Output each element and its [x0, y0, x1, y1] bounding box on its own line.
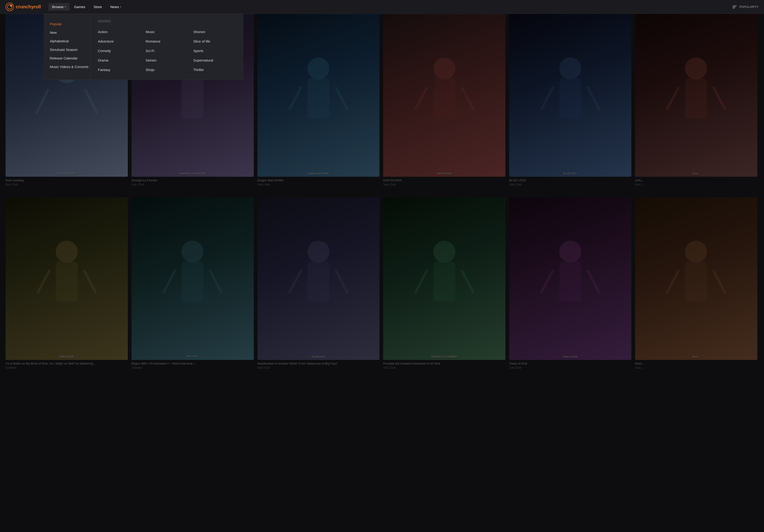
genre-slice-of-life[interactable]: Slice of life — [193, 37, 236, 46]
browse-simulcast[interactable]: Simulcast Season — [44, 45, 90, 54]
browse-genres-panel: GENRES Action Music Shonen Adventure Rom… — [91, 14, 243, 79]
genre-adventure[interactable]: Adventure — [98, 37, 140, 46]
browse-popular[interactable]: Popular — [44, 20, 90, 28]
genre-shojo[interactable]: Shojo — [146, 66, 188, 74]
genre-music[interactable]: Music — [146, 28, 188, 36]
logo[interactable]: crunchyroll — [6, 3, 41, 11]
genre-seinen[interactable]: Seinen — [146, 56, 188, 65]
dropdown-dim-overlay — [0, 14, 764, 532]
genres-grid: Action Music Shonen Adventure Romance Sl… — [98, 28, 236, 74]
crunchyroll-logo-icon — [6, 3, 14, 11]
browse-alphabetical[interactable]: Alphabetical — [44, 37, 90, 45]
nav-games[interactable]: Games — [71, 3, 89, 11]
nav-browse[interactable]: Browse ▾ — [48, 3, 70, 11]
genre-sports[interactable]: Sports — [193, 47, 236, 55]
browse-left-panel: Popular New Alphabetical Simulcast Seaso… — [44, 14, 91, 79]
logo-text: crunchyroll — [16, 4, 41, 10]
genre-comedy[interactable]: Comedy — [98, 47, 140, 55]
genre-supernatural[interactable]: Supernatural — [193, 56, 236, 65]
browse-release-calendar[interactable]: Release Calendar — [44, 54, 90, 63]
nav-store[interactable]: Store — [90, 3, 105, 11]
header: crunchyroll Browse ▾ Games Store News ▾ … — [0, 0, 764, 14]
news-chevron-icon: ▾ — [120, 6, 121, 8]
genre-action[interactable]: Action — [98, 28, 140, 36]
genre-sci-fi[interactable]: Sci-Fi — [146, 47, 188, 55]
svg-point-0 — [6, 3, 14, 11]
sort-label: POPULARITY — [739, 5, 758, 9]
genre-drama[interactable]: Drama — [98, 56, 140, 65]
genres-label: GENRES — [98, 20, 236, 23]
genre-romance[interactable]: Romance — [146, 37, 188, 46]
header-sort[interactable]: POPULARITY — [732, 5, 758, 9]
browse-chevron-icon: ▾ — [65, 6, 66, 8]
genre-fantasy[interactable]: Fantasy — [98, 66, 140, 74]
main-nav: Browse ▾ Games Store News ▾ — [48, 3, 125, 11]
nav-news[interactable]: News ▾ — [106, 3, 125, 11]
browse-music-videos[interactable]: Music Videos & Concerts — [44, 63, 90, 71]
browse-dropdown: Popular New Alphabetical Simulcast Seaso… — [44, 14, 243, 80]
svg-point-2 — [10, 4, 12, 7]
browse-new[interactable]: New — [44, 28, 90, 37]
genre-thriller[interactable]: Thriller — [193, 66, 236, 74]
genre-shonen[interactable]: Shonen — [193, 28, 236, 36]
sort-icon — [732, 6, 737, 8]
